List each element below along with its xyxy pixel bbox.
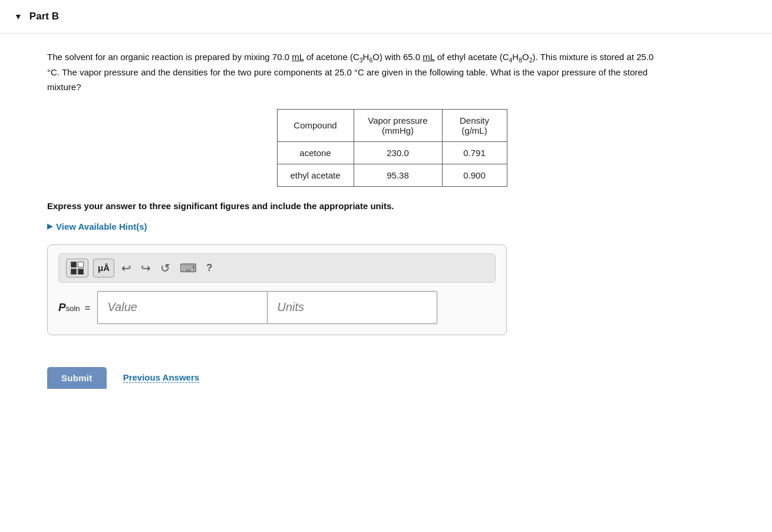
problem-text: The solvent for an organic reaction is p…: [47, 50, 666, 95]
data-table: Compound Vapor pressure(mmHg) Density(g/…: [277, 109, 507, 187]
col-header-density: Density(g/mL): [442, 109, 507, 141]
page-container: ▼ Part B The solvent for an organic reac…: [0, 0, 772, 532]
undo-icon: ↩: [121, 262, 131, 275]
mu-angstrom-label: μÅ: [98, 263, 110, 273]
keyboard-icon: ⌨: [180, 262, 197, 275]
redo-button[interactable]: ↪: [138, 260, 153, 276]
mu-angstrom-button[interactable]: μÅ: [93, 259, 114, 277]
bottom-bar: Submit Previous Answers: [0, 367, 772, 389]
col-header-compound: Compound: [277, 109, 354, 141]
sq-br: [78, 269, 84, 275]
cell-compound-2: ethyl acetate: [277, 164, 354, 186]
keyboard-button[interactable]: ⌨: [177, 260, 199, 276]
content-area: The solvent for an organic reaction is p…: [0, 34, 772, 365]
toolbar: μÅ ↩ ↪ ↺ ⌨: [58, 253, 496, 283]
express-line: Express your answer to three significant…: [47, 201, 737, 211]
refresh-button[interactable]: ↺: [158, 260, 173, 276]
undo-button[interactable]: ↩: [119, 260, 134, 276]
p-label: Psoln =: [58, 301, 90, 314]
answer-box: μÅ ↩ ↪ ↺ ⌨: [47, 244, 507, 335]
cell-vp-2: 95.38: [354, 164, 442, 186]
previous-answers-link[interactable]: Previous Answers: [123, 372, 200, 383]
sq-tl: [71, 262, 77, 267]
hint-link[interactable]: ▶ View Available Hint(s): [47, 222, 737, 232]
col-header-vp: Vapor pressure(mmHg): [354, 109, 442, 141]
table-row: ethyl acetate 95.38 0.900: [277, 164, 507, 186]
p-main-label: P: [58, 301, 66, 314]
equals-sign: =: [85, 302, 91, 314]
cell-vp-1: 230.0: [354, 141, 442, 164]
help-button[interactable]: ?: [204, 261, 215, 275]
units-input[interactable]: [267, 291, 437, 324]
hint-arrow-icon: ▶: [47, 222, 52, 230]
p-sub-label: soln: [66, 304, 80, 313]
cell-density-2: 0.900: [442, 164, 507, 186]
part-header: ▼ Part B: [0, 0, 772, 34]
sq-tr: [78, 262, 84, 267]
cell-compound-1: acetone: [277, 141, 354, 164]
input-row: Psoln =: [58, 291, 496, 324]
chevron-down-icon[interactable]: ▼: [14, 12, 22, 21]
cell-density-1: 0.791: [442, 141, 507, 164]
squares-icon: [71, 262, 84, 275]
part-title: Part B: [29, 11, 59, 22]
submit-button[interactable]: Submit: [47, 367, 107, 389]
table-row: acetone 230.0 0.791: [277, 141, 507, 164]
hint-link-label: View Available Hint(s): [56, 222, 147, 232]
help-icon: ?: [206, 262, 212, 273]
template-icon: [71, 262, 84, 275]
sq-bl: [71, 269, 77, 275]
value-input[interactable]: [97, 291, 267, 324]
refresh-icon: ↺: [160, 262, 170, 275]
redo-icon: ↪: [141, 262, 151, 275]
template-icon-button[interactable]: [66, 259, 88, 277]
table-wrapper: Compound Vapor pressure(mmHg) Density(g/…: [47, 109, 737, 187]
